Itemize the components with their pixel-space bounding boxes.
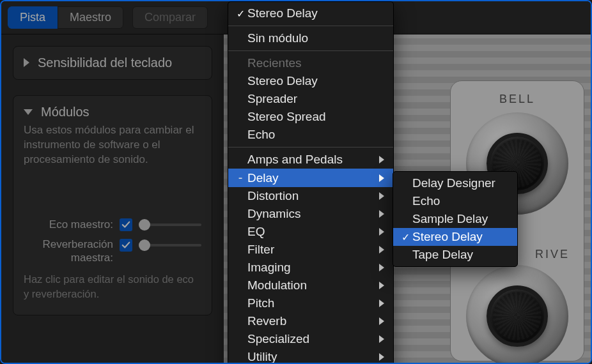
sensitivity-title: Sensibilidad del teclado	[38, 56, 172, 70]
reverb-master-label: Reverberación maestra:	[24, 238, 113, 265]
plugin-menu[interactable]: ✓Stereo DelaySin móduloRecientesStereo D…	[228, 1, 394, 364]
check-icon	[121, 220, 130, 229]
echo-master-checkbox[interactable]	[120, 218, 132, 231]
modules-description: Usa estos módulos para cambiar el instru…	[24, 123, 201, 167]
tab-track[interactable]: Pista	[8, 6, 58, 29]
menu-item-no-module[interactable]: Sin módulo	[228, 29, 393, 47]
submenu-item[interactable]: Sample Delay	[393, 210, 517, 228]
reverb-master-slider[interactable]	[139, 244, 201, 246]
disclosure-right-icon	[24, 58, 29, 67]
echo-master-label: Eco maestro:	[24, 218, 113, 231]
menu-item-recent[interactable]: Spreader	[228, 90, 393, 108]
drive-knob[interactable]	[466, 265, 568, 364]
menu-item-category[interactable]: Imaging	[228, 259, 393, 277]
menu-item-current[interactable]: ✓Stereo Delay	[228, 4, 393, 22]
knob1-label: BELL	[462, 93, 572, 106]
menu-item-category[interactable]: Utility	[228, 348, 393, 364]
menu-item-category[interactable]: Filter	[228, 241, 393, 259]
menu-item-category[interactable]: Distortion	[228, 187, 393, 205]
compare-button[interactable]: Comparar	[132, 6, 208, 29]
submenu-item[interactable]: Tape Delay	[393, 246, 517, 264]
submenu-item[interactable]: Echo	[393, 192, 517, 210]
menu-item-category[interactable]: Dynamics	[228, 205, 393, 223]
menu-item-category[interactable]: EQ	[228, 223, 393, 241]
check-icon	[121, 241, 130, 250]
tab-master[interactable]: Maestro	[58, 6, 123, 29]
inspector-sidebar: Sensibilidad del teclado Módulos Usa est…	[1, 34, 224, 364]
disclosure-down-icon[interactable]	[24, 109, 33, 115]
menu-item-category[interactable]: Pitch	[228, 294, 393, 312]
menu-item-category[interactable]: Modulation	[228, 277, 393, 294]
slider-thumb[interactable]	[139, 219, 150, 231]
menu-separator	[228, 26, 393, 26]
menu-item-recent[interactable]: Echo	[228, 126, 393, 144]
menu-item-category[interactable]: Amps and Pedals	[228, 151, 393, 169]
tabset: Pista Maestro	[8, 6, 123, 29]
modules-hint: Haz clic para editar el sonido de eco y …	[24, 272, 201, 301]
menu-item-category[interactable]: Specialized	[228, 330, 393, 348]
delay-submenu[interactable]: Delay DesignerEchoSample Delay✓Stereo De…	[393, 171, 518, 267]
slider-thumb[interactable]	[139, 239, 150, 251]
sensitivity-panel[interactable]: Sensibilidad del teclado	[13, 46, 212, 80]
modules-panel: Módulos Usa estos módulos para cambiar e…	[13, 95, 212, 315]
menu-item-category[interactable]: -Delay	[228, 169, 393, 187]
menu-separator	[228, 50, 393, 51]
reverb-master-checkbox[interactable]	[120, 239, 132, 252]
menu-item-recent[interactable]: Stereo Delay	[228, 72, 393, 90]
submenu-item[interactable]: Delay Designer	[393, 174, 517, 192]
submenu-item[interactable]: ✓Stereo Delay	[393, 228, 517, 246]
menu-heading-recents: Recientes	[228, 54, 393, 72]
echo-master-slider[interactable]	[139, 224, 201, 226]
menu-item-category[interactable]: Reverb	[228, 312, 393, 330]
knob-core	[487, 285, 548, 347]
modules-title: Módulos	[41, 105, 90, 119]
menu-item-recent[interactable]: Stereo Spread	[228, 108, 393, 126]
menu-separator	[228, 147, 393, 148]
